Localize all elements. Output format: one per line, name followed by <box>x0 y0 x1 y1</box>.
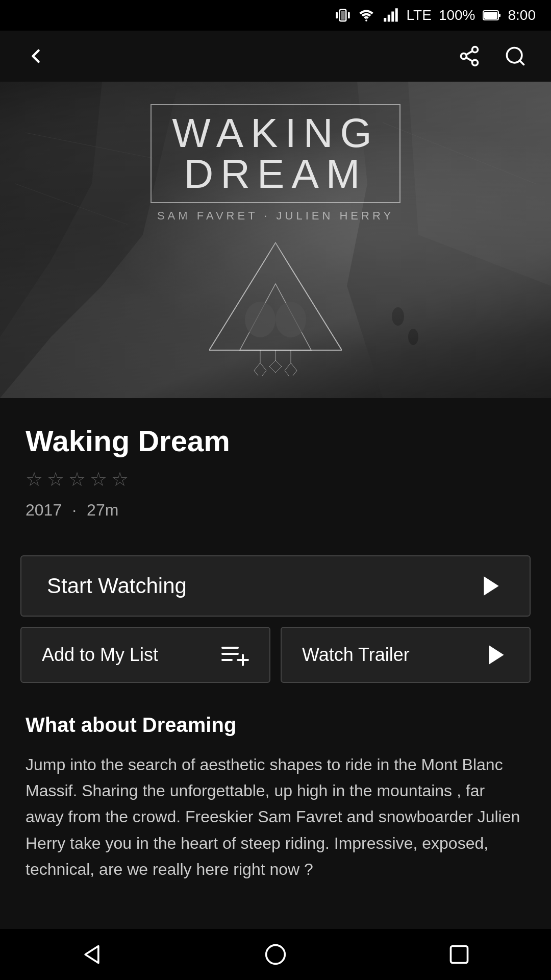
meta-dot: · <box>72 501 77 520</box>
home-circle-icon <box>264 943 287 966</box>
recents-square-icon <box>448 943 470 966</box>
status-icons: LTE 100% 8:00 <box>335 7 536 23</box>
recents-nav-button[interactable] <box>429 934 490 975</box>
svg-rect-3 <box>348 12 350 19</box>
hero-image: WAKING DREAM SAM FAVRET · JULIEN HERRY <box>0 82 551 398</box>
svg-rect-11 <box>498 14 500 17</box>
share-button[interactable] <box>454 41 485 71</box>
star-3: ☆ <box>68 468 86 491</box>
svg-marker-45 <box>489 645 504 665</box>
svg-point-30 <box>245 302 276 337</box>
add-to-list-button[interactable]: Add to My List <box>20 627 270 683</box>
movie-year: 2017 <box>26 501 62 520</box>
star-4: ☆ <box>90 468 107 491</box>
back-triangle-icon <box>81 943 103 966</box>
start-watching-button[interactable]: Start Watching <box>20 555 531 617</box>
watch-trailer-button[interactable]: Watch Trailer <box>281 627 531 683</box>
svg-rect-41 <box>221 653 239 655</box>
description-body: Jump into the search of aesthetic shapes… <box>26 752 525 883</box>
movie-info: Waking Dream ☆ ☆ ☆ ☆ ☆ 2017 · 27m <box>0 398 551 535</box>
add-to-list-label: Add to My List <box>42 644 158 666</box>
back-button[interactable] <box>20 41 51 71</box>
svg-rect-8 <box>395 8 397 21</box>
svg-rect-42 <box>221 659 233 661</box>
time: 8:00 <box>508 7 536 23</box>
vibrate-icon <box>335 8 350 23</box>
svg-rect-7 <box>391 12 394 22</box>
hero-logo: WAKING DREAM SAM FAVRET · JULIEN HERRY <box>151 104 400 376</box>
meta-info: 2017 · 27m <box>26 501 525 520</box>
description-section: What about Dreaming Jump into the search… <box>0 703 551 913</box>
svg-point-31 <box>276 302 306 337</box>
trailer-play-icon <box>484 642 509 668</box>
svg-point-47 <box>266 945 285 964</box>
movie-title: Waking Dream <box>26 424 525 458</box>
battery-icon <box>483 9 501 21</box>
signal-icon <box>382 8 399 23</box>
svg-rect-5 <box>384 18 386 22</box>
star-rating: ☆ ☆ ☆ ☆ ☆ <box>26 468 525 491</box>
star-2: ☆ <box>47 468 64 491</box>
svg-marker-32 <box>258 243 293 274</box>
svg-rect-6 <box>387 15 390 22</box>
star-1: ☆ <box>26 468 43 491</box>
signal-lte: LTE <box>407 7 432 23</box>
star-5: ☆ <box>111 468 129 491</box>
svg-rect-2 <box>336 12 338 19</box>
svg-marker-46 <box>85 946 98 963</box>
playlist-add-icon <box>221 644 249 666</box>
movie-title-art-line1: WAKING <box>172 113 379 154</box>
svg-marker-36 <box>269 360 282 373</box>
bottom-navigation <box>0 929 551 980</box>
svg-marker-34 <box>254 363 266 376</box>
play-icon <box>479 573 504 599</box>
svg-rect-40 <box>221 647 239 649</box>
top-navigation <box>0 31 551 82</box>
back-nav-button[interactable] <box>61 934 122 975</box>
start-watching-label: Start Watching <box>47 574 187 598</box>
movie-title-art-line2: DREAM <box>172 154 379 194</box>
svg-rect-1 <box>341 11 345 20</box>
triangle-logo <box>209 233 342 376</box>
svg-marker-38 <box>285 363 297 376</box>
home-nav-button[interactable] <box>245 934 306 975</box>
movie-duration: 27m <box>87 501 118 520</box>
nav-icons-right <box>454 41 531 71</box>
movie-subtitle-art: SAM FAVRET · JULIEN HERRY <box>157 209 394 223</box>
svg-line-16 <box>466 51 473 55</box>
svg-rect-10 <box>484 12 497 19</box>
watch-trailer-label: Watch Trailer <box>302 644 410 666</box>
svg-line-15 <box>466 58 473 61</box>
svg-line-18 <box>520 61 524 65</box>
action-buttons: Add to My List Watch Trailer <box>20 627 531 683</box>
section-title: What about Dreaming <box>26 714 525 737</box>
wifi-icon <box>358 8 375 23</box>
svg-marker-39 <box>484 576 498 596</box>
search-button[interactable] <box>500 41 531 71</box>
svg-rect-48 <box>451 946 468 963</box>
svg-point-4 <box>365 19 367 21</box>
battery-percent: 100% <box>439 7 475 23</box>
status-bar: LTE 100% 8:00 <box>0 0 551 31</box>
